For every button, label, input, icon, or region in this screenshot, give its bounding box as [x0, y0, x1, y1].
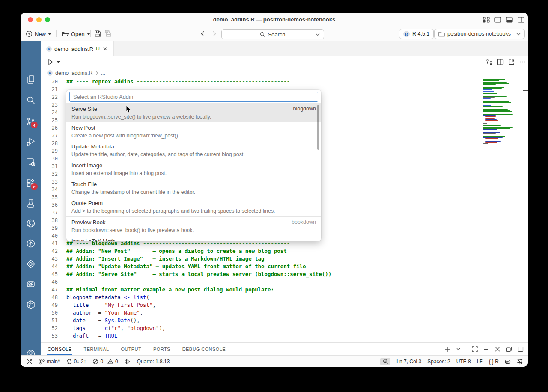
tab-close-icon[interactable] — [102, 46, 108, 52]
line-number: 24 — [41, 109, 58, 116]
save-icon[interactable] — [94, 30, 101, 37]
code-line: 43## Addin: "Insert Image" — inserts a M… — [41, 255, 482, 263]
maximize-panel-icon[interactable] — [472, 346, 478, 352]
quickpick-item-description: Run bookdown::serve_book() to live previ… — [71, 226, 316, 234]
eol-sequence[interactable]: LF — [477, 359, 483, 365]
tab-demo-addins[interactable]: R demo_addins.R U — [41, 41, 114, 56]
toggle-secondary-sidebar-icon[interactable] — [518, 17, 524, 23]
toggle-primary-sidebar-icon[interactable] — [494, 17, 501, 23]
eol-label: LF — [477, 359, 483, 365]
sync-status[interactable]: 0↓ 2↑ — [66, 359, 86, 365]
minimap-line — [485, 120, 498, 121]
line-number: 31 — [41, 163, 58, 170]
panel-tab-console[interactable]: CONSOLE — [47, 343, 72, 355]
restore-panel-icon[interactable] — [506, 346, 512, 352]
connections-icon[interactable] — [26, 157, 36, 167]
panel-tab-output[interactable]: OUTPUT — [120, 343, 142, 355]
explorer-icon[interactable] — [26, 74, 36, 85]
minimap-line — [485, 142, 497, 143]
quickpick-scrollbar[interactable] — [317, 105, 319, 150]
split-editor-icon[interactable] — [497, 59, 504, 65]
publish-icon[interactable] — [26, 238, 36, 249]
console-dropdown-caret[interactable] — [456, 348, 460, 350]
quickpick-item[interactable]: Touch FileChange the timestamp of the cu… — [66, 178, 321, 197]
quarto-diamond-icon[interactable] — [26, 259, 36, 269]
customize-layout-icon[interactable] — [483, 17, 490, 23]
open-in-new-window-icon[interactable] — [508, 59, 515, 65]
run-file-icon[interactable] — [47, 59, 54, 65]
run-debug-icon[interactable] — [26, 137, 36, 147]
breadcrumb-file[interactable]: demo_addins.R — [55, 70, 93, 76]
workspace-button[interactable]: positron-demos-notebooks — [434, 29, 525, 39]
minimap-line — [483, 137, 503, 138]
minimap-line — [483, 82, 507, 83]
minimize-panel-icon[interactable] — [483, 347, 489, 352]
assistant-robot-icon[interactable] — [26, 279, 36, 289]
app-window: demo_addins.R — positron-demos-notebooks… — [21, 13, 528, 367]
editor-scrollbar[interactable] — [523, 78, 528, 342]
line-number: 51 — [41, 317, 58, 324]
remote-indicator[interactable] — [27, 359, 33, 365]
search-view-icon[interactable] — [26, 95, 36, 105]
panel-tab-terminal[interactable]: TERMINAL — [83, 343, 110, 355]
problems-status[interactable]: 0 0 — [92, 359, 118, 365]
zoom-control[interactable] — [380, 358, 390, 365]
breadcrumb[interactable]: R demo_addins.R ... — [41, 68, 528, 78]
new-console-plus-icon[interactable] — [445, 346, 451, 352]
navigate-back-icon[interactable] — [200, 30, 206, 37]
copilot-robot-icon[interactable] — [505, 359, 511, 365]
more-actions-icon[interactable] — [519, 59, 526, 65]
cursor-position[interactable]: Ln 7, Col 3 — [396, 359, 421, 365]
code-line: 46 — [41, 278, 482, 286]
testing-flask-icon[interactable] — [26, 199, 36, 209]
compare-changes-icon[interactable] — [486, 59, 493, 65]
open-button[interactable]: Open — [60, 29, 92, 39]
panel-tab-ports[interactable]: PORTS — [153, 343, 171, 355]
minimap-line — [485, 119, 497, 120]
line-number: 52 — [41, 324, 58, 332]
language-mode[interactable]: { } R — [489, 359, 499, 365]
quickpick-item[interactable]: Serve SiteblogdownRun blogdown::serve_si… — [66, 103, 321, 122]
new-button[interactable]: New — [24, 29, 53, 39]
minimap-line — [483, 102, 511, 103]
panel-layout-icon[interactable] — [518, 346, 524, 352]
toggle-panel-icon[interactable] — [506, 17, 513, 23]
panel-tab-debug-console[interactable]: DEBUG CONSOLE — [182, 343, 226, 355]
quickpick-item[interactable]: Input LaTeX Math — [66, 235, 321, 241]
quarto-status[interactable]: Quarto: 1.8.13 — [137, 359, 170, 365]
debug-status[interactable] — [125, 359, 131, 365]
minimap-line — [483, 125, 501, 126]
quickpick-item[interactable]: Insert ImageInsert an external image int… — [66, 160, 321, 178]
close-panel-icon[interactable] — [494, 346, 500, 352]
run-dropdown-caret[interactable] — [57, 61, 60, 63]
r-file-icon: R — [46, 46, 52, 52]
indentation[interactable]: Spaces: 2 — [427, 359, 450, 365]
git-branch-status[interactable]: main* — [39, 359, 60, 365]
quickpick-item[interactable]: Preview BookbookdownRun bookdown::serve_… — [66, 217, 321, 235]
global-search-box[interactable]: Search — [221, 29, 324, 39]
navigate-forward-icon[interactable] — [211, 30, 217, 37]
minimap-line — [483, 133, 496, 134]
quickpick-item[interactable]: Quote PoemAdd > to the beginning of sele… — [66, 197, 321, 216]
panel-actions — [445, 343, 524, 356]
quickpick-item-description: Add > to the beginning of selected parag… — [71, 207, 316, 215]
minimap-line — [483, 86, 508, 86]
github-icon[interactable] — [26, 218, 36, 229]
minimap-line — [483, 123, 487, 124]
quickpick-item[interactable]: New PostCreate a new post with blogdown:… — [66, 122, 321, 141]
package-cube-icon[interactable] — [26, 300, 36, 310]
quickpick-input[interactable] — [69, 92, 318, 102]
chevron-down-icon[interactable] — [316, 33, 320, 36]
notifications-bell-icon[interactable] — [517, 359, 523, 365]
r-runtime-button[interactable]: R R 4.5.1 — [399, 29, 434, 39]
breadcrumb-more[interactable]: ... — [101, 70, 105, 76]
title-bar: demo_addins.R — positron-demos-notebooks — [21, 13, 528, 27]
minimap[interactable] — [483, 79, 516, 145]
encoding[interactable]: UTF-8 — [456, 359, 471, 365]
line-number: 43 — [41, 255, 58, 263]
tab-git-status: U — [96, 46, 100, 52]
line-number: 50 — [41, 309, 58, 317]
quickpick-item[interactable]: Update MetadataUpdate the title, author,… — [66, 141, 321, 160]
save-all-icon[interactable] — [104, 30, 112, 37]
editor-action-row — [41, 56, 528, 68]
